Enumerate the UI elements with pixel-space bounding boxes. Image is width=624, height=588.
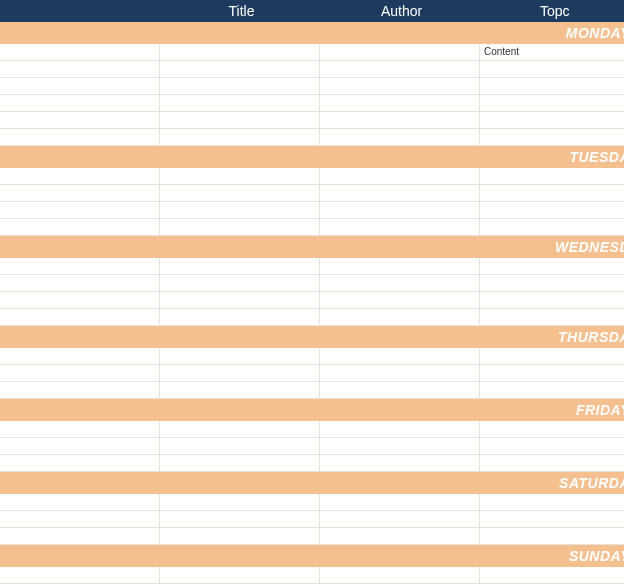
cell-author[interactable] <box>320 95 480 111</box>
cell-blank[interactable] <box>0 44 160 60</box>
cell-topic[interactable] <box>480 202 624 218</box>
cell-author[interactable] <box>320 168 480 184</box>
cell-topic[interactable] <box>480 528 624 544</box>
cell-blank[interactable] <box>0 365 160 381</box>
cell-title[interactable] <box>160 365 320 381</box>
table-row[interactable] <box>0 112 624 129</box>
cell-blank[interactable] <box>0 292 160 308</box>
cell-author[interactable] <box>320 202 480 218</box>
cell-topic[interactable] <box>480 61 624 77</box>
cell-topic[interactable] <box>480 438 624 454</box>
cell-topic[interactable] <box>480 219 624 235</box>
table-row[interactable] <box>0 348 624 365</box>
cell-author[interactable] <box>320 275 480 291</box>
cell-title[interactable] <box>160 455 320 471</box>
cell-author[interactable] <box>320 219 480 235</box>
cell-author[interactable] <box>320 61 480 77</box>
table-row[interactable] <box>0 185 624 202</box>
table-row[interactable] <box>0 292 624 309</box>
cell-title[interactable] <box>160 292 320 308</box>
cell-topic[interactable] <box>480 348 624 364</box>
cell-author[interactable] <box>320 292 480 308</box>
cell-blank[interactable] <box>0 382 160 398</box>
cell-author[interactable] <box>320 185 480 201</box>
cell-author[interactable] <box>320 44 480 60</box>
cell-topic[interactable] <box>480 292 624 308</box>
cell-topic[interactable] <box>480 168 624 184</box>
cell-topic[interactable] <box>480 309 624 325</box>
cell-title[interactable] <box>160 44 320 60</box>
cell-blank[interactable] <box>0 438 160 454</box>
cell-topic[interactable]: Content <box>480 44 624 60</box>
cell-topic[interactable] <box>480 421 624 437</box>
table-row[interactable] <box>0 95 624 112</box>
cell-title[interactable] <box>160 168 320 184</box>
cell-author[interactable] <box>320 438 480 454</box>
cell-title[interactable] <box>160 382 320 398</box>
cell-blank[interactable] <box>0 275 160 291</box>
cell-title[interactable] <box>160 348 320 364</box>
cell-blank[interactable] <box>0 61 160 77</box>
cell-topic[interactable] <box>480 511 624 527</box>
cell-blank[interactable] <box>0 455 160 471</box>
cell-topic[interactable] <box>480 185 624 201</box>
cell-topic[interactable] <box>480 95 624 111</box>
cell-blank[interactable] <box>0 78 160 94</box>
cell-title[interactable] <box>160 61 320 77</box>
cell-title[interactable] <box>160 528 320 544</box>
cell-author[interactable] <box>320 494 480 510</box>
cell-title[interactable] <box>160 202 320 218</box>
cell-author[interactable] <box>320 511 480 527</box>
table-row[interactable] <box>0 438 624 455</box>
cell-title[interactable] <box>160 421 320 437</box>
cell-topic[interactable] <box>480 365 624 381</box>
table-row[interactable] <box>0 494 624 511</box>
cell-title[interactable] <box>160 567 320 583</box>
table-row[interactable] <box>0 309 624 326</box>
table-row[interactable] <box>0 421 624 438</box>
cell-topic[interactable] <box>480 112 624 128</box>
cell-blank[interactable] <box>0 421 160 437</box>
table-row[interactable] <box>0 168 624 185</box>
cell-title[interactable] <box>160 258 320 274</box>
table-row[interactable] <box>0 455 624 472</box>
cell-blank[interactable] <box>0 567 160 583</box>
cell-author[interactable] <box>320 421 480 437</box>
cell-title[interactable] <box>160 129 320 145</box>
cell-title[interactable] <box>160 438 320 454</box>
cell-title[interactable] <box>160 275 320 291</box>
cell-blank[interactable] <box>0 219 160 235</box>
cell-topic[interactable] <box>480 258 624 274</box>
cell-topic[interactable] <box>480 455 624 471</box>
table-row[interactable] <box>0 567 624 584</box>
cell-author[interactable] <box>320 112 480 128</box>
cell-topic[interactable] <box>480 78 624 94</box>
cell-topic[interactable] <box>480 567 624 583</box>
cell-title[interactable] <box>160 511 320 527</box>
table-row[interactable] <box>0 219 624 236</box>
table-row[interactable] <box>0 528 624 545</box>
table-row[interactable] <box>0 258 624 275</box>
cell-blank[interactable] <box>0 185 160 201</box>
cell-title[interactable] <box>160 494 320 510</box>
cell-author[interactable] <box>320 382 480 398</box>
cell-topic[interactable] <box>480 494 624 510</box>
cell-title[interactable] <box>160 95 320 111</box>
cell-blank[interactable] <box>0 309 160 325</box>
table-row[interactable] <box>0 511 624 528</box>
cell-blank[interactable] <box>0 511 160 527</box>
cell-blank[interactable] <box>0 95 160 111</box>
cell-author[interactable] <box>320 348 480 364</box>
cell-author[interactable] <box>320 129 480 145</box>
cell-title[interactable] <box>160 219 320 235</box>
cell-topic[interactable] <box>480 275 624 291</box>
table-row[interactable] <box>0 61 624 78</box>
cell-author[interactable] <box>320 567 480 583</box>
table-row[interactable] <box>0 365 624 382</box>
cell-title[interactable] <box>160 112 320 128</box>
table-row[interactable]: Content <box>0 44 624 61</box>
cell-title[interactable] <box>160 185 320 201</box>
cell-blank[interactable] <box>0 528 160 544</box>
cell-blank[interactable] <box>0 258 160 274</box>
cell-blank[interactable] <box>0 202 160 218</box>
